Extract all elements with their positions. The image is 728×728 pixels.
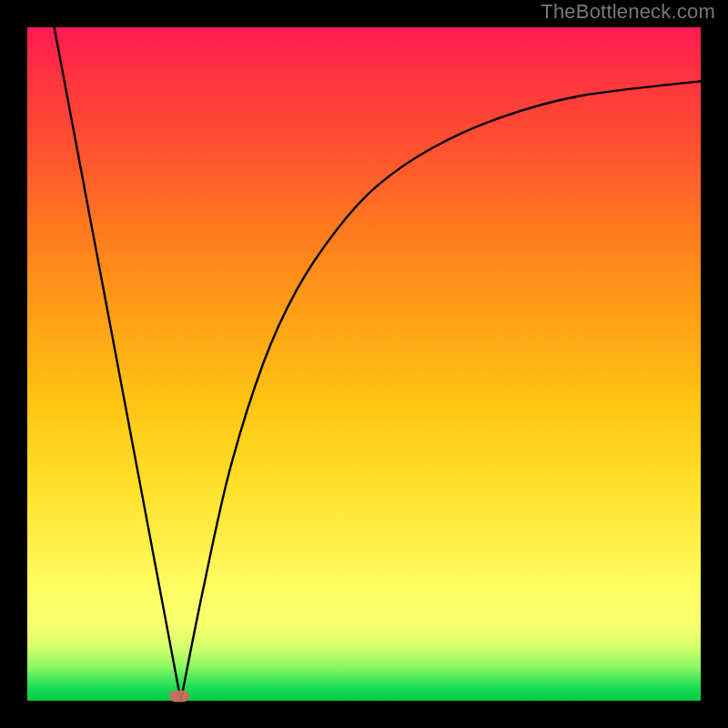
bottleneck-curve <box>27 27 701 701</box>
plot-area <box>27 27 701 701</box>
optimal-marker <box>169 690 189 702</box>
chart-container: TheBottleneck.com <box>0 0 728 728</box>
watermark-text: TheBottleneck.com <box>541 0 715 24</box>
